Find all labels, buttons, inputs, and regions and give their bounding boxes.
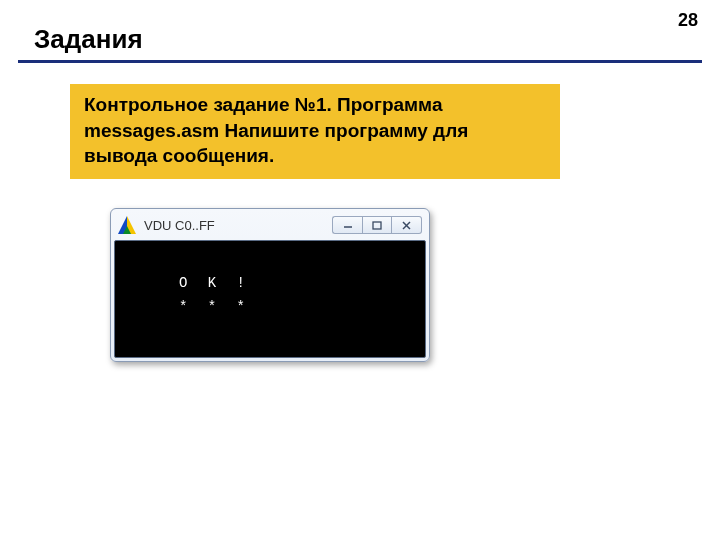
close-button[interactable]	[392, 216, 422, 234]
page-title: Задания	[34, 24, 143, 55]
minimize-button[interactable]	[332, 216, 362, 234]
app-icon	[118, 216, 136, 234]
task-box: Контрольное задание №1. Программа messag…	[70, 84, 560, 179]
output-line-2: * * *	[179, 299, 251, 315]
page-number: 28	[678, 10, 698, 31]
svg-rect-4	[373, 222, 381, 229]
window-title: VDU C0..FF	[144, 218, 332, 233]
title-underline	[18, 60, 702, 63]
titlebar: VDU C0..FF	[114, 212, 426, 240]
window-buttons	[332, 216, 422, 234]
vdu-window-wrap: VDU C0..FF O K ! * * *	[110, 208, 430, 362]
output-line-1: O K !	[179, 275, 251, 291]
task-text: Контрольное задание №1. Программа messag…	[84, 92, 546, 169]
maximize-button[interactable]	[362, 216, 392, 234]
vdu-client-area: O K ! * * *	[114, 240, 426, 358]
vdu-window: VDU C0..FF O K ! * * *	[110, 208, 430, 362]
